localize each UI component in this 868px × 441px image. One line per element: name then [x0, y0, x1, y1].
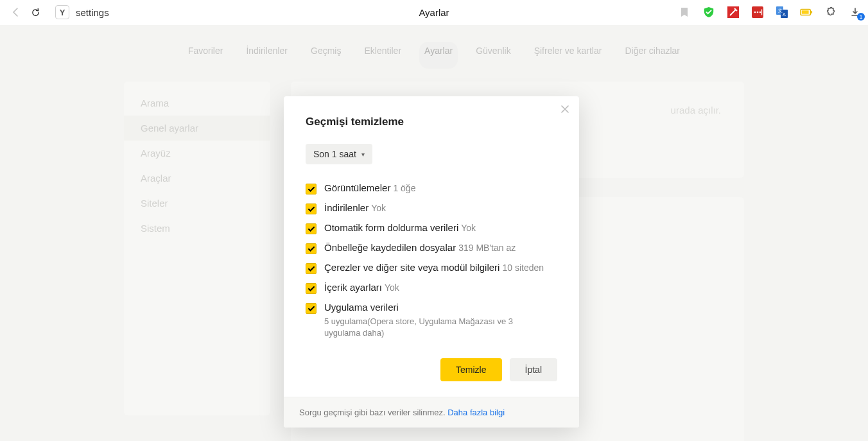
time-range-select[interactable]: Son 1 saat ▾	[306, 144, 372, 164]
option-label: İçerik ayarları	[324, 282, 382, 293]
bookmark-icon[interactable]	[678, 6, 691, 19]
downloads-icon[interactable]: 1	[849, 6, 862, 19]
option-sub: 10 siteden	[502, 263, 544, 273]
option-label: Önbelleğe kaydedilen dosyalar	[324, 242, 456, 253]
option-label: Otomatik form doldurma verileri	[324, 222, 458, 233]
option-sub: Yok	[371, 203, 386, 213]
option-subline: 5 uygulama(Opera store, Uygulama Mağazas…	[324, 316, 549, 339]
extension-lastpass-icon[interactable]	[751, 6, 764, 19]
option-label: Çerezler ve diğer site veya modül bilgil…	[324, 262, 499, 273]
option-sub: 319 MB'tan az	[458, 243, 516, 253]
settings-page: Favoriler İndirilenler Geçmiş Eklentiler…	[0, 25, 868, 441]
option-cookies: Çerezler ve diğer site veya modül bilgil…	[306, 262, 557, 274]
checkbox-cache[interactable]	[306, 243, 317, 254]
chevron-down-icon: ▾	[361, 151, 365, 158]
extension-red-pencil-icon[interactable]	[727, 6, 740, 19]
footer-text: Sorgu geçmişi gibi bazı veriler silinmez…	[299, 408, 447, 417]
modal-actions: Temizle İptal	[306, 358, 557, 381]
clear-button[interactable]: Temizle	[440, 358, 501, 381]
protect-shield-icon[interactable]	[702, 6, 715, 19]
reload-button[interactable]	[26, 3, 45, 22]
option-views: Görüntülemeler1 öğe	[306, 182, 557, 195]
option-content-settings: İçerik ayarlarıYok	[306, 282, 557, 294]
modal-title: Geçmişi temizleme	[306, 116, 557, 128]
back-button[interactable]	[6, 3, 26, 22]
checkbox-content-settings[interactable]	[306, 283, 317, 294]
option-label: İndirilenler	[324, 202, 369, 213]
svg-point-3	[757, 12, 759, 13]
option-cache: Önbelleğe kaydedilen dosyalar319 MB'tan …	[306, 242, 557, 254]
modal-footer: Sorgu geçmişi gibi bazı veriler silinmez…	[284, 397, 579, 428]
extensions-puzzle-icon[interactable]	[824, 6, 837, 19]
svg-text:A: A	[783, 12, 786, 17]
svg-rect-5	[761, 10, 762, 15]
svg-rect-11	[802, 10, 809, 13]
battery-icon[interactable]	[800, 6, 813, 19]
option-sub: Yok	[385, 282, 399, 293]
footer-more-link[interactable]: Daha fazla bilgi	[447, 408, 505, 417]
time-range-value: Son 1 saat	[313, 149, 356, 159]
checkbox-cookies[interactable]	[306, 263, 317, 274]
site-identity-icon[interactable]: Y	[55, 5, 69, 19]
svg-point-4	[759, 12, 761, 13]
svg-text:文: 文	[778, 8, 783, 13]
address-text[interactable]: settings	[76, 7, 109, 18]
option-label: Görüntülemeler	[324, 182, 390, 193]
option-downloads: İndirilenlerYok	[306, 202, 557, 214]
page-title: Ayarlar	[419, 7, 449, 18]
option-app-data: Uygulama verileri 5 uygulama(Opera store…	[306, 302, 557, 339]
option-label: Uygulama verileri	[324, 302, 399, 313]
modal-close-button[interactable]	[559, 103, 571, 116]
downloads-badge: 1	[857, 13, 865, 21]
option-sub: 1 öğe	[393, 183, 415, 193]
browser-toolbar: Y settings Ayarlar 文A 1	[0, 0, 868, 25]
clear-options-list: Görüntülemeler1 öğe İndirilenlerYok Otom…	[306, 182, 557, 339]
option-autofill: Otomatik form doldurma verileriYok	[306, 222, 557, 234]
toolbar-right: 文A 1	[678, 6, 862, 19]
clear-history-modal: Geçmişi temizleme Son 1 saat ▾ Görüntüle…	[284, 96, 579, 428]
translate-icon[interactable]: 文A	[776, 6, 788, 19]
checkbox-views[interactable]	[306, 184, 317, 195]
checkbox-autofill[interactable]	[306, 223, 317, 234]
checkbox-downloads[interactable]	[306, 203, 317, 214]
cancel-button[interactable]: İptal	[510, 358, 557, 381]
checkbox-app-data[interactable]	[306, 303, 317, 314]
svg-rect-12	[811, 11, 812, 13]
svg-point-2	[754, 12, 756, 13]
option-sub: Yok	[461, 223, 476, 233]
